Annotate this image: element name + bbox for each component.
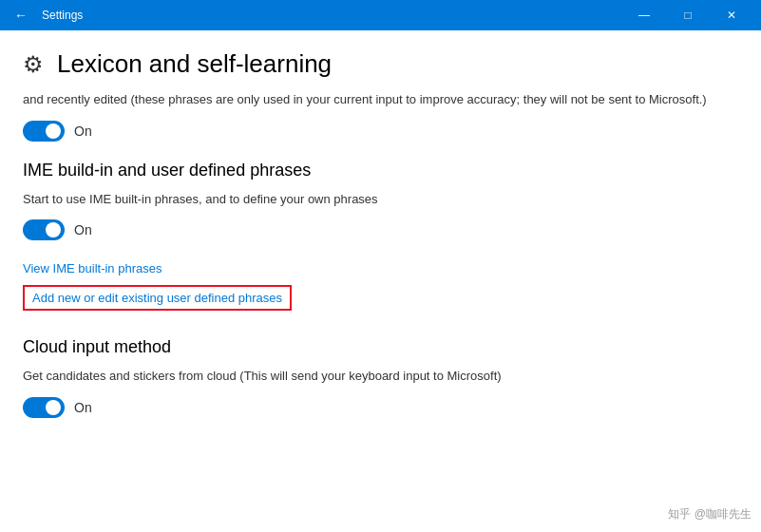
- toggle-row-1: On: [23, 121, 738, 142]
- toggle-row-2: On: [23, 219, 738, 240]
- toggle-thumb-3: [46, 400, 61, 415]
- window-controls: — □ ✕: [622, 0, 753, 30]
- page-title: Lexicon and self-learning: [57, 49, 332, 79]
- toggle-2[interactable]: [23, 219, 65, 240]
- toggle-track-2: [23, 219, 65, 240]
- toggle-row-3: On: [23, 397, 738, 418]
- toggle-track-3: [23, 397, 65, 418]
- section-2-title: Cloud input method: [23, 337, 738, 357]
- close-button[interactable]: ✕: [710, 0, 753, 30]
- toggle-track-1: [23, 121, 65, 142]
- toggle-thumb-1: [46, 124, 61, 139]
- watermark: 知乎 @咖啡先生: [668, 506, 751, 522]
- title-bar: ← Settings — □ ✕: [0, 0, 761, 30]
- minimize-button[interactable]: —: [622, 0, 666, 30]
- maximize-button[interactable]: □: [666, 0, 710, 30]
- page-description: and recently edited (these phrases are o…: [23, 90, 738, 109]
- page-header: ⚙ Lexicon and self-learning: [23, 49, 738, 79]
- toggle-label-1: On: [74, 124, 92, 139]
- window-title: Settings: [42, 9, 622, 22]
- toggle-3[interactable]: [23, 397, 65, 418]
- section-1-title: IME build-in and user defined phrases: [23, 161, 738, 180]
- toggle-thumb-2: [46, 222, 61, 238]
- toggle-label-3: On: [74, 400, 92, 415]
- back-button[interactable]: ←: [8, 2, 34, 28]
- view-ime-phrases-link[interactable]: View IME built-in phrases: [23, 261, 162, 276]
- toggle-label-2: On: [74, 222, 92, 238]
- section-cloud-input: Cloud input method Get candidates and st…: [23, 337, 738, 418]
- section-2-desc: Get candidates and stickers from cloud (…: [23, 367, 738, 386]
- section-ime-phrases: IME build-in and user defined phrases St…: [23, 161, 738, 331]
- toggle-1[interactable]: [23, 121, 65, 142]
- settings-content: ⚙ Lexicon and self-learning and recently…: [0, 30, 761, 532]
- add-edit-user-phrases-link[interactable]: Add new or edit existing user defined ph…: [23, 285, 292, 311]
- section-1-desc: Start to use IME built-in phrases, and t…: [23, 190, 738, 209]
- gear-icon: ⚙: [23, 51, 44, 78]
